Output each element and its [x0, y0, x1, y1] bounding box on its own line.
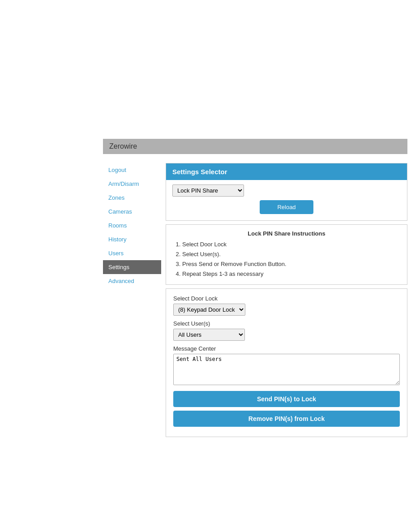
sidebar: Logout Arm/Disarm Zones Cameras Rooms Hi… — [103, 163, 161, 437]
instruction-step-3: Press Send or Remove Function Button. — [182, 259, 400, 269]
instructions-list: Select Door Lock Select User(s). Press S… — [182, 240, 400, 279]
selector-row: Lock PIN Share — [172, 184, 401, 197]
door-lock-label: Select Door Lock — [173, 295, 400, 302]
sidebar-item-history[interactable]: History — [103, 232, 161, 246]
settings-selector-dropdown[interactable]: Lock PIN Share — [172, 184, 244, 197]
settings-selector-body: Lock PIN Share Reload — [166, 180, 407, 220]
sidebar-item-zones[interactable]: Zones — [103, 191, 161, 205]
instruction-step-1: Select Door Lock — [182, 240, 400, 249]
instruction-step-4: Repeat Steps 1-3 as necessary — [182, 269, 400, 279]
message-center-label: Message Center — [173, 345, 400, 352]
sidebar-item-cameras[interactable]: Cameras — [103, 205, 161, 219]
instructions-title: Lock PIN Share Instructions — [173, 230, 400, 237]
instructions-panel: Lock PIN Share Instructions Select Door … — [166, 224, 407, 285]
sidebar-item-settings[interactable]: Settings — [103, 260, 161, 274]
app-container: Zerowire Logout Arm/Disarm Zones Cameras… — [103, 139, 407, 437]
reload-button[interactable]: Reload — [260, 200, 313, 214]
message-center-group: Message Center — [173, 345, 400, 386]
lock-form-panel: Select Door Lock (8) Keypad Door Lock Se… — [166, 288, 407, 437]
content-area: Logout Arm/Disarm Zones Cameras Rooms Hi… — [103, 163, 407, 437]
send-pins-button[interactable]: Send PIN(s) to Lock — [173, 391, 400, 407]
settings-selector-panel: Settings Selector Lock PIN Share Reload — [166, 163, 407, 221]
app-title: Zerowire — [109, 142, 401, 150]
sidebar-item-advanced[interactable]: Advanced — [103, 274, 161, 288]
sidebar-item-users[interactable]: Users — [103, 246, 161, 260]
user-group: Select User(s) All Users — [173, 320, 400, 341]
sidebar-item-logout[interactable]: Logout — [103, 163, 161, 177]
page-wrapper: Zerowire Logout Arm/Disarm Zones Cameras… — [0, 0, 411, 532]
instruction-step-2: Select User(s). — [182, 249, 400, 259]
sidebar-item-armdisarm[interactable]: Arm/Disarm — [103, 177, 161, 191]
sidebar-item-rooms[interactable]: Rooms — [103, 219, 161, 232]
user-label: Select User(s) — [173, 320, 400, 327]
message-center-textarea[interactable] — [173, 354, 400, 385]
settings-selector-header: Settings Selector — [166, 163, 407, 180]
remove-pins-button[interactable]: Remove PIN(s) from Lock — [173, 411, 400, 427]
door-lock-group: Select Door Lock (8) Keypad Door Lock — [173, 295, 400, 316]
user-dropdown[interactable]: All Users — [173, 329, 245, 341]
door-lock-dropdown[interactable]: (8) Keypad Door Lock — [173, 304, 245, 316]
header-bar: Zerowire — [103, 139, 407, 154]
main-content: Settings Selector Lock PIN Share Reload … — [161, 163, 407, 437]
settings-selector-title: Settings Selector — [172, 168, 227, 176]
